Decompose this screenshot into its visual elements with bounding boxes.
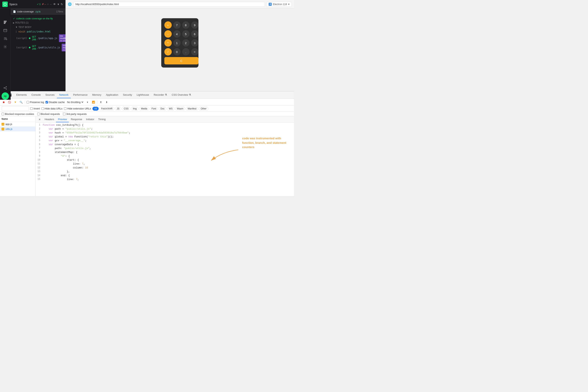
test-file-basename: code-coverage bbox=[17, 10, 34, 13]
devtools-tab-security[interactable]: Security bbox=[121, 92, 134, 98]
refresh-icon[interactable]: ↻ bbox=[61, 2, 63, 6]
calc-btn-3[interactable]: 3 bbox=[191, 39, 198, 46]
cypress-sidebar: cy bbox=[0, 17, 11, 100]
preview-tab-response[interactable]: Response bbox=[69, 117, 84, 122]
preview-tabs: ✕ HeadersPreviewResponseInitiatorTiming bbox=[36, 116, 294, 123]
close-preview-btn[interactable]: ✕ bbox=[37, 117, 42, 122]
preserve-log-label[interactable]: Preserve log bbox=[26, 101, 44, 104]
preview-tab-headers[interactable]: Headers bbox=[43, 117, 56, 122]
calc-btn-4[interactable]: 4 bbox=[173, 30, 181, 38]
devtools-tab-recorder-⚗[interactable]: Recorder ⚗ bbox=[151, 92, 169, 98]
calc-btn-0[interactable]: 0 bbox=[173, 48, 181, 56]
test-time: 179ms bbox=[56, 10, 63, 13]
file-list: Name JSapp.jsJSutils.js bbox=[0, 116, 36, 196]
svg-rect-3 bbox=[4, 29, 7, 32]
test-body-section[interactable]: ▼ TEST BODY bbox=[11, 25, 65, 30]
filter-chip-ws[interactable]: WS bbox=[167, 107, 174, 110]
calc-btn-2[interactable]: 2 bbox=[182, 39, 190, 46]
filter-chip-wasm[interactable]: Wasm bbox=[175, 107, 185, 110]
upload-icon[interactable]: ⬆ bbox=[99, 100, 103, 104]
calc-btn-7[interactable]: 7 bbox=[173, 21, 181, 29]
preview-tab-timing[interactable]: Timing bbox=[96, 117, 108, 122]
hide-ext-urls-checkbox[interactable] bbox=[64, 107, 66, 110]
preview-panel: ✕ HeadersPreviewResponseInitiatorTiming … bbox=[36, 116, 294, 196]
routes-section[interactable]: ▶ ROUTES (1) bbox=[11, 21, 65, 25]
sidebar-item-tests[interactable] bbox=[1, 19, 9, 26]
sidebar-item-integrations[interactable] bbox=[1, 84, 9, 92]
calc-btn-.[interactable]: . bbox=[182, 48, 190, 56]
search-btn[interactable]: 🔍 bbox=[19, 100, 23, 104]
code-line: 8 statementMap: { bbox=[36, 150, 294, 154]
devtools-tab-application[interactable]: Application bbox=[104, 92, 121, 98]
network-split: Name JSapp.jsJSutils.js ✕ HeadersPreview… bbox=[0, 116, 294, 196]
calc-btn-1[interactable]: 1 bbox=[173, 39, 181, 46]
preview-tab-initiator[interactable]: Initiator bbox=[84, 117, 96, 122]
invert-checkbox[interactable] bbox=[30, 107, 33, 110]
devtools-tab-lighthouse[interactable]: Lighthouse bbox=[134, 92, 151, 98]
disable-cache-checkbox[interactable] bbox=[45, 101, 48, 104]
sidebar-item-cross[interactable] bbox=[1, 35, 9, 42]
filter-chip-fetch/xhr[interactable]: Fetch/XHR bbox=[99, 107, 114, 110]
devtools-tab-sources[interactable]: Sources bbox=[43, 92, 57, 98]
download-icon[interactable]: ⬇ bbox=[105, 100, 109, 104]
sidebar-item-settings[interactable] bbox=[1, 43, 9, 50]
devtools-tabs-bar: ⬚ 📱 ElementsConsoleSourcesNetworkPerform… bbox=[0, 92, 294, 99]
filter-chip-all[interactable]: All bbox=[92, 107, 98, 110]
blocked-response-checkbox[interactable] bbox=[1, 113, 4, 115]
filter-chip-js[interactable]: JS bbox=[115, 107, 121, 110]
filter-chip-css[interactable]: CSS bbox=[122, 107, 130, 110]
filter-chip-other[interactable]: Other bbox=[199, 107, 208, 110]
filter-icon-btn[interactable]: ▼ bbox=[13, 100, 17, 104]
calc-btn-8[interactable]: 8 bbox=[182, 21, 190, 29]
calc-btn-/[interactable]: / bbox=[164, 48, 172, 56]
devtools-tab-css-overview-⚗[interactable]: CSS Overview ⚗ bbox=[169, 92, 194, 98]
filter-chip-font[interactable]: Font bbox=[150, 107, 158, 110]
sidebar-item-cy[interactable]: cy bbox=[1, 92, 9, 100]
calc-btn-5[interactable]: 5 bbox=[182, 30, 190, 38]
filter-chip-media[interactable]: Media bbox=[139, 107, 149, 110]
devtools-tab-memory[interactable]: Memory bbox=[90, 92, 104, 98]
hide-ext-urls-label[interactable]: Hide extension URLs bbox=[64, 107, 91, 110]
filter-input[interactable] bbox=[1, 106, 29, 111]
devtools-tab-performance[interactable]: Performance bbox=[71, 92, 90, 98]
calc-btn-C[interactable]: C bbox=[164, 57, 198, 64]
url-bar[interactable] bbox=[73, 2, 265, 6]
third-party-checkbox[interactable] bbox=[63, 113, 65, 115]
chevron-icon[interactable]: ▾ bbox=[58, 2, 59, 6]
svg-point-8 bbox=[6, 38, 7, 40]
code-line: 6 var coverageData = { bbox=[36, 143, 294, 147]
throttle-select[interactable]: No throttling bbox=[66, 100, 84, 104]
calc-btn-=[interactable]: = bbox=[191, 48, 198, 56]
clear-btn[interactable]: 🚫 bbox=[7, 100, 12, 104]
devtools-tab-network[interactable]: Network bbox=[57, 92, 71, 98]
blocked-response-label[interactable]: Blocked response cookies bbox=[1, 112, 34, 116]
devtools-tab-elements[interactable]: Elements bbox=[14, 92, 29, 98]
throttle-dropdown[interactable]: ▾ bbox=[85, 100, 90, 104]
calc-btn-+[interactable]: + bbox=[164, 21, 172, 29]
hide-data-urls-checkbox[interactable] bbox=[41, 107, 44, 110]
blocked-requests-label[interactable]: Blocked requests bbox=[37, 112, 60, 116]
devtools-tab-console[interactable]: Console bbox=[29, 92, 43, 98]
calc-btn-9[interactable]: 9 bbox=[191, 21, 198, 29]
hide-data-urls-label[interactable]: Hide data URLs bbox=[41, 107, 63, 110]
preserve-log-checkbox[interactable] bbox=[26, 101, 29, 104]
preview-tab-preview[interactable]: Preview bbox=[56, 117, 69, 122]
file-item-utils.js[interactable]: JSutils.js bbox=[0, 126, 35, 132]
blocked-requests-checkbox[interactable] bbox=[37, 113, 40, 115]
calc-btn-*[interactable]: * bbox=[164, 39, 172, 46]
file-item-app.js[interactable]: JSapp.js bbox=[0, 122, 35, 126]
third-party-label[interactable]: 3rd-party requests bbox=[63, 112, 87, 116]
filter-chip-doc[interactable]: Doc bbox=[159, 107, 166, 110]
filter-chip-img[interactable]: Img bbox=[131, 107, 138, 110]
blocked-row: Blocked response cookies Blocked request… bbox=[0, 112, 294, 116]
calc-btn-6[interactable]: 6 bbox=[191, 30, 198, 38]
invert-label[interactable]: Invert bbox=[30, 107, 40, 110]
calc-btn--[interactable]: - bbox=[164, 30, 172, 38]
sidebar-item-browser[interactable] bbox=[1, 27, 9, 34]
filter-chip-manifest[interactable]: Manifest bbox=[186, 107, 198, 110]
eye-icon[interactable]: 👁 bbox=[53, 2, 56, 6]
network-toolbar: ⏺ 🚫 ▼ 🔍 Preserve log Disable cache No th… bbox=[0, 99, 294, 106]
badge-pass: ✓ 1 bbox=[37, 3, 41, 6]
stop-recording-btn[interactable]: ⏺ bbox=[1, 100, 6, 104]
disable-cache-label[interactable]: Disable cache bbox=[45, 101, 65, 104]
